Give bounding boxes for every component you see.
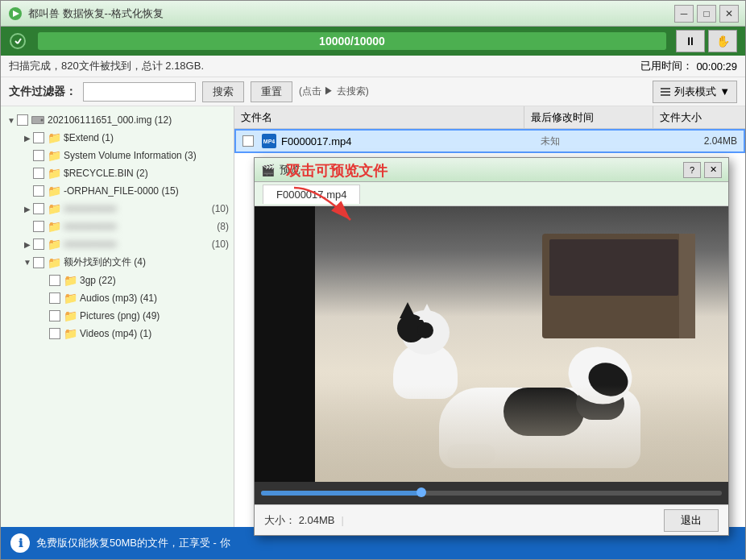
dropdown-icon: ▼: [719, 85, 730, 97]
toolbar: 文件过滤器： 搜索 重置 (点击 ▶ 去搜索) 列表模式 ▼: [1, 77, 745, 106]
tree-arrow: ▼: [22, 257, 33, 268]
tree-item-label: $Extend (1): [64, 132, 229, 143]
preview-controls: [255, 482, 728, 504]
tree-item-extra[interactable]: ▼ 📁 额外找到的文件 (4): [17, 253, 234, 272]
folder-icon: 📁: [64, 292, 77, 305]
preview-file-tab-name[interactable]: F0000017.mp4: [263, 185, 360, 204]
tree-item-blur2[interactable]: ▶ 📁 ■■■■■■■■■ (8): [17, 218, 234, 235]
tree-item-label: Audios (mp3) (41): [80, 292, 229, 304]
status-text: 免费版仅能恢复50MB的文件，正享受 - 你: [36, 536, 230, 550]
tree-item-extend[interactable]: ▶ 📁 $Extend (1): [17, 129, 234, 147]
video-progress-fill: [261, 491, 422, 496]
video-progress-handle: [417, 487, 426, 497]
tree-checkbox[interactable]: [33, 257, 44, 268]
tree-item-label: ■■■■■■■■■: [64, 203, 210, 214]
window-title: 都叫兽 数据恢复--格式化恢复: [28, 6, 674, 21]
tree-item-label: 202106111651_000.img (12): [48, 114, 229, 126]
tree-item-orphan[interactable]: ▶ 📁 -ORPHAN_FILE-0000 (15): [17, 182, 234, 200]
preview-footer: 大小： 2.04MB | 退出: [255, 504, 728, 535]
tree-checkbox[interactable]: [49, 310, 60, 321]
tree-item-count: (8): [217, 221, 229, 232]
view-mode-button[interactable]: 列表模式 ▼: [653, 81, 737, 103]
maximize-button[interactable]: □: [697, 5, 716, 23]
tree-item-count: (10): [212, 203, 229, 214]
pause-button[interactable]: ⏸: [676, 30, 705, 52]
tree-item-label: -ORPHAN_FILE-0000 (15): [64, 185, 229, 197]
preview-title-icon: 🎬: [261, 164, 275, 176]
view-mode-label: 列表模式: [674, 85, 716, 99]
mp4-icon: MP4: [262, 134, 276, 148]
preview-size-label: 大小： 2.04MB: [264, 513, 334, 528]
tree-item-sysvolinfo[interactable]: ▶ 📁 System Volume Information (3): [17, 147, 234, 164]
tree-checkbox[interactable]: [49, 328, 60, 339]
tree-item-label: $RECYCLE.BIN (2): [64, 168, 229, 179]
folder-icon: 📁: [48, 238, 60, 251]
col-header-name: 文件名: [234, 106, 524, 128]
preview-content: [255, 206, 728, 504]
status-icon: ℹ: [10, 533, 30, 553]
tree-checkbox[interactable]: [33, 168, 44, 179]
preview-separator: |: [341, 514, 343, 526]
tree-item-recycle[interactable]: ▶ 📁 $RECYCLE.BIN (2): [17, 164, 234, 182]
search-hint: (点击 ▶ 去搜索): [299, 85, 369, 98]
window-controls: ─ □ ✕: [674, 5, 739, 23]
minimize-button[interactable]: ─: [674, 5, 694, 23]
tree-checkbox[interactable]: [33, 132, 44, 143]
svg-rect-5: [661, 88, 670, 89]
tree-item-label: System Volume Information (3): [64, 150, 229, 161]
tree-item-pictures[interactable]: ▶ 📁 Pictures (png) (49): [33, 307, 234, 325]
tree-checkbox[interactable]: [33, 221, 44, 232]
progress-bar: 10000/10000: [38, 32, 666, 50]
scan-info-text: 扫描完成，820文件被找到，总计 2.18GB.: [9, 59, 204, 73]
file-cell-size: 2.04MB: [663, 135, 744, 147]
folder-icon: 📁: [48, 167, 60, 180]
tree-checkbox[interactable]: [33, 239, 44, 250]
tree-item-blur3[interactable]: ▶ 📁 ■■■■■■■■■ (10): [17, 235, 234, 253]
tree-item-drive[interactable]: ▼ 202106111651_000.img (12): [1, 111, 234, 129]
folder-icon: 📁: [64, 309, 77, 322]
folder-icon: 📁: [64, 274, 77, 287]
tree-checkbox[interactable]: [33, 185, 44, 197]
time-info: 已用时间： 00:00:29: [640, 59, 737, 73]
video-progress-track[interactable]: [261, 491, 722, 496]
preview-video-area: [255, 206, 728, 482]
file-name: F0000017.mp4: [281, 135, 351, 147]
close-button[interactable]: ✕: [719, 5, 739, 23]
app-icon: [7, 6, 23, 22]
col-header-size: 文件大小: [653, 106, 734, 128]
tree-item-label: 3gp (22): [80, 275, 229, 286]
preview-title-text: 预览: [280, 163, 683, 177]
progress-area: 10000/10000 ⏸ ✋: [1, 27, 745, 56]
tree-checkbox[interactable]: [33, 150, 44, 161]
svg-point-2: [10, 34, 25, 48]
tree-item-label: ■■■■■■■■■: [64, 239, 210, 250]
folder-icon: 📁: [48, 202, 60, 215]
reset-button[interactable]: 重置: [251, 81, 292, 102]
tree-arrow: ▶: [22, 239, 33, 250]
search-button[interactable]: 搜索: [202, 81, 244, 102]
preview-exit-button[interactable]: 退出: [664, 509, 719, 532]
tree-item-audios[interactable]: ▶ 📁 Audios (mp3) (41): [33, 289, 234, 307]
filter-input[interactable]: [83, 82, 196, 102]
svg-line-4: [18, 39, 21, 44]
tree-checkbox[interactable]: [33, 203, 44, 214]
preview-close-button[interactable]: ✕: [704, 162, 722, 178]
preview-help-button[interactable]: ?: [683, 162, 701, 178]
file-row[interactable]: MP4 F0000017.mp4 未知 2.04MB: [234, 129, 745, 153]
list-icon: [660, 86, 671, 97]
file-cell-time: 未知: [534, 135, 663, 148]
file-checkbox[interactable]: [242, 135, 254, 147]
time-value: 00:00:29: [696, 60, 737, 73]
tree-item-label: 额外找到的文件 (4): [64, 255, 229, 269]
tree-item-3gp[interactable]: ▶ 📁 3gp (22): [33, 272, 234, 289]
tree-checkbox[interactable]: [17, 114, 28, 126]
svg-point-10: [41, 119, 44, 122]
stop-button[interactable]: ✋: [708, 30, 737, 52]
tree-item-blur1[interactable]: ▶ 📁 ■■■■■■■■■ (10): [17, 200, 234, 218]
folder-icon: 📁: [48, 220, 60, 233]
preview-title-bar: 🎬 预览 ? ✕: [255, 158, 728, 182]
tree-item-videos[interactable]: ▶ 📁 Videos (mp4) (1): [33, 325, 234, 342]
tree-checkbox[interactable]: [49, 275, 60, 286]
file-table-header: 文件名 最后修改时间 文件大小: [234, 106, 745, 129]
tree-checkbox[interactable]: [49, 292, 60, 304]
